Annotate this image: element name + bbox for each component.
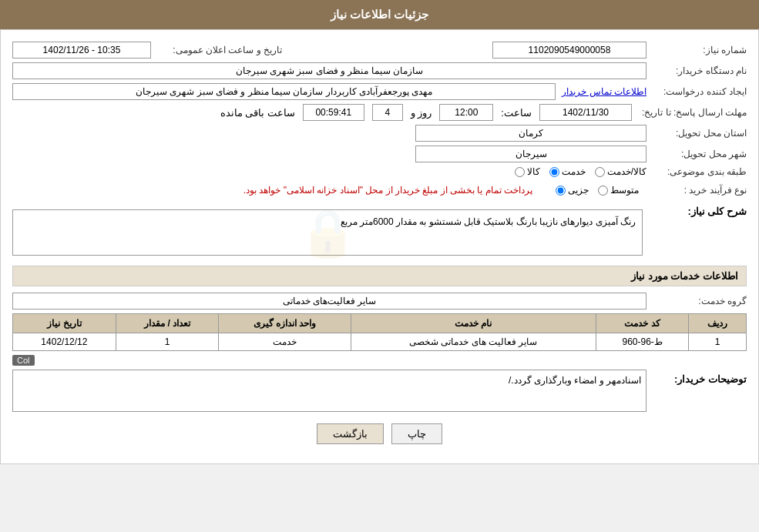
col-header-count: تعداد / مقدار bbox=[116, 314, 219, 333]
category-kala-radio[interactable] bbox=[515, 167, 525, 177]
creator-link[interactable]: اطلاعات تماس خریدار bbox=[562, 86, 646, 97]
service-table: ردیف کد خدمت نام خدمت واحد اندازه گیری ت… bbox=[12, 313, 747, 351]
deadline-days: 4 bbox=[372, 104, 403, 121]
deadline-days-label: روز و bbox=[407, 107, 436, 119]
watermark: 🔒 bbox=[299, 206, 357, 260]
purchase-type-label: نوع فرآیند خرید : bbox=[646, 185, 747, 196]
purchase-type-jozii-radio[interactable] bbox=[556, 186, 566, 196]
deadline-remaining-label: ساعت باقی مانده bbox=[217, 107, 299, 119]
category-kala-khadamat-radio[interactable] bbox=[595, 167, 605, 177]
need-description-value: رنگ آمیزی دیوارهای نازیبا بارنگ بلاستیک … bbox=[12, 209, 643, 256]
deadline-time-label: ساعت: bbox=[497, 107, 536, 119]
deadline-label: مهلت ارسال پاسخ: تا تاریخ: bbox=[636, 107, 747, 118]
back-button[interactable]: بازگشت bbox=[317, 423, 384, 444]
col-header-date: تاریخ نیاز bbox=[13, 314, 116, 333]
cell-code: ط-96-960 bbox=[596, 333, 688, 351]
need-description-label: شرح کلی نیاز: bbox=[646, 206, 747, 217]
buyer-notes-label: توضیحات خریدار: bbox=[646, 370, 747, 385]
city-label: شهر محل تحویل: bbox=[646, 149, 747, 159]
announcement-date-value: 1402/11/26 - 10:35 bbox=[12, 42, 151, 59]
deadline-time: 12:00 bbox=[439, 104, 493, 121]
category-kala-khadamat-label: کالا/خدمت bbox=[607, 166, 646, 177]
cell-row: 1 bbox=[689, 333, 747, 351]
deadline-remaining: 00:59:41 bbox=[303, 104, 364, 121]
cell-count: 1 bbox=[116, 333, 219, 351]
category-khadamat-label: خدمت bbox=[562, 166, 586, 177]
category-label: طبقه بندی موضوعی: bbox=[646, 166, 747, 177]
deadline-date: 1402/11/30 bbox=[539, 104, 632, 121]
print-button[interactable]: چاپ bbox=[391, 423, 442, 444]
creator-label: ایجاد کننده درخواست: bbox=[646, 86, 747, 97]
announcement-date-label: تاریخ و ساعت اعلان عمومی: bbox=[151, 45, 282, 55]
need-number-value: 1102090549000058 bbox=[492, 42, 646, 59]
purchase-type-motovaset-radio[interactable] bbox=[598, 186, 608, 196]
purchase-notice: پرداخت تمام یا بخشی از مبلغ خریدار از مح… bbox=[243, 185, 532, 196]
cell-unit: خدمت bbox=[219, 333, 351, 351]
province-label: استان محل تحویل: bbox=[646, 128, 747, 139]
button-row: چاپ بازگشت bbox=[12, 423, 747, 444]
purchase-type-motovaset-label: متوسط bbox=[610, 185, 639, 196]
services-section-title: اطلاعات خدمات مورد نیاز bbox=[12, 266, 747, 286]
creator-value: مهدی پورجعفرآبادی کاربردار سازمان سیما م… bbox=[12, 83, 556, 100]
service-group-value: سایر فعالیت‌های خدماتی bbox=[12, 293, 646, 309]
col-badge: Col bbox=[12, 355, 35, 366]
table-row: 1 ط-96-960 سایر فعالیت های خدماتی شخصی خ… bbox=[13, 333, 747, 351]
col-header-unit: واحد اندازه گیری bbox=[219, 314, 351, 333]
page-header: جزئیات اطلاعات نیاز bbox=[0, 0, 759, 29]
need-number-label: شماره نیاز: bbox=[646, 45, 747, 55]
page-title: جزئیات اطلاعات نیاز bbox=[331, 8, 428, 21]
service-group-label: گروه خدمت: bbox=[646, 296, 747, 306]
col-header-code: کد خدمت bbox=[596, 314, 688, 333]
org-name-value: سازمان سیما منظر و فضای سبز شهری سیرجان bbox=[12, 62, 646, 79]
org-name-label: نام دستگاه خریدار: bbox=[646, 65, 747, 76]
buyer-notes-value: اسنادمهر و امضاء وبارگذاری گردد./ bbox=[12, 370, 646, 412]
cell-name: سایر فعالیت های خدماتی شخصی bbox=[351, 333, 596, 351]
city-value: سیرجان bbox=[415, 146, 646, 162]
province-value: کرمان bbox=[415, 125, 646, 142]
col-header-name: نام خدمت bbox=[351, 314, 596, 333]
col-header-row: ردیف bbox=[689, 314, 747, 333]
cell-date: 1402/12/12 bbox=[13, 333, 116, 351]
category-khadamat-radio[interactable] bbox=[549, 167, 559, 177]
category-kala-label: کالا bbox=[527, 166, 540, 177]
purchase-type-jozii-label: جزیی bbox=[568, 185, 589, 196]
